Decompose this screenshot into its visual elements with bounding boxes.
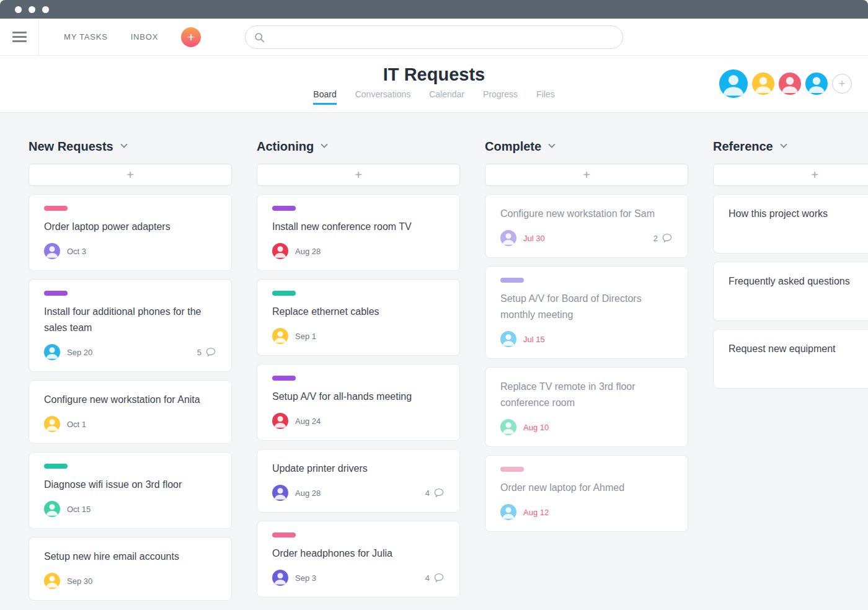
person-icon	[272, 485, 288, 501]
person-icon	[752, 73, 774, 95]
plus-icon: +	[811, 168, 818, 182]
task-title: Replace ethernet cables	[272, 304, 445, 320]
window-close-button[interactable]	[15, 6, 22, 13]
person-icon	[500, 419, 516, 435]
search-icon	[254, 32, 265, 43]
tag-pill	[44, 291, 68, 296]
chevron-down-icon[interactable]	[321, 141, 328, 148]
task-card[interactable]: Order laptop power adapters Oct 3	[29, 194, 232, 271]
task-card[interactable]: Update printer drivers Aug 28 4	[257, 449, 460, 513]
avatar	[272, 243, 288, 259]
plus-icon: +	[187, 30, 195, 43]
task-card[interactable]: Replace TV remote in 3rd floor conferenc…	[485, 367, 688, 447]
avatar	[272, 413, 288, 429]
add-card-button[interactable]: +	[485, 164, 688, 186]
person-icon	[779, 73, 801, 95]
task-title: Setup new hire email accounts	[44, 549, 216, 565]
task-title: Frequently asked questions	[728, 273, 868, 290]
due-date: Jul 30	[523, 234, 545, 243]
person-icon	[44, 344, 60, 360]
task-card[interactable]: Setup A/V for all-hands meeting Aug 24	[257, 364, 460, 441]
plus-icon: +	[126, 168, 134, 182]
avatar[interactable]	[719, 69, 748, 98]
add-card-button[interactable]: +	[29, 164, 232, 186]
person-icon	[719, 69, 748, 98]
comment-count: 5	[197, 348, 202, 357]
task-title: Update printer drivers	[272, 461, 445, 477]
avatar[interactable]	[805, 73, 828, 95]
task-card[interactable]: How this project works	[713, 194, 868, 254]
chevron-down-icon[interactable]	[780, 141, 787, 148]
task-title: How this project works	[728, 206, 868, 222]
add-member-button[interactable]: +	[832, 74, 852, 94]
window-maximize-button[interactable]	[42, 6, 49, 13]
tag-pill	[500, 278, 524, 283]
comment-indicator: 5	[197, 347, 216, 358]
avatar[interactable]	[779, 73, 801, 95]
tab-progress[interactable]: Progress	[483, 89, 518, 105]
person-icon	[272, 328, 288, 344]
person-icon	[44, 501, 60, 517]
column-title: Reference	[713, 139, 773, 154]
sidebar-menu-button[interactable]	[0, 19, 39, 55]
task-card[interactable]: Order headphones for Julia Sep 3 4	[257, 521, 460, 598]
column-title: Complete	[485, 139, 541, 154]
column-title: New Requests	[29, 139, 113, 154]
due-date: Oct 3	[67, 247, 86, 256]
avatar	[44, 344, 60, 360]
avatar	[44, 501, 60, 517]
due-date: Aug 12	[523, 508, 549, 517]
plus-icon: +	[355, 168, 362, 182]
avatar[interactable]	[752, 73, 774, 95]
task-card[interactable]: Replace ethernet cables Sep 1	[257, 279, 460, 356]
add-card-button[interactable]: +	[257, 164, 460, 186]
task-card[interactable]: Configure new workstation for Sam Jul 30…	[485, 194, 688, 258]
task-card[interactable]: Configure new workstation for Anita Oct …	[29, 380, 232, 444]
tag-pill	[500, 467, 524, 472]
avatar	[44, 243, 60, 259]
column-complete: Complete + Configure new workstation for…	[485, 138, 688, 610]
avatar	[44, 416, 60, 432]
chevron-down-icon[interactable]	[120, 141, 127, 148]
project-members: +	[719, 69, 852, 98]
task-card[interactable]: Setup new hire email accounts Sep 30	[29, 537, 232, 601]
search-input[interactable]	[270, 32, 614, 42]
tag-pill	[272, 291, 296, 296]
tag-pill	[44, 206, 68, 211]
task-card[interactable]: Frequently asked questions	[713, 262, 868, 321]
task-card[interactable]: Setup A/V for Board of Directors monthly…	[485, 266, 688, 359]
task-title: Order new laptop for Ahmed	[500, 480, 673, 496]
chevron-down-icon[interactable]	[548, 141, 555, 148]
task-title: Replace TV remote in 3rd floor conferenc…	[500, 379, 673, 411]
hamburger-icon	[12, 32, 27, 42]
search-bar[interactable]	[245, 25, 623, 49]
due-date: Jul 15	[523, 335, 545, 344]
task-title: Configure new workstation for Sam	[500, 206, 673, 222]
quick-add-button[interactable]: +	[181, 27, 201, 47]
tab-calendar[interactable]: Calendar	[429, 89, 464, 105]
due-date: Aug 28	[295, 488, 321, 498]
column-actioning: Actioning + Install new conference room …	[257, 138, 460, 610]
nav-inbox[interactable]: INBOX	[131, 32, 158, 42]
due-date: Sep 20	[67, 348, 92, 357]
due-date: Sep 3	[295, 573, 316, 583]
task-card[interactable]: Install new conference room TV Aug 28	[257, 194, 460, 271]
tab-board[interactable]: Board	[313, 89, 336, 105]
person-icon	[272, 570, 288, 586]
column-title: Actioning	[257, 139, 314, 154]
task-card[interactable]: Diagnose wifi issue on 3rd floor Oct 15	[29, 452, 232, 529]
tab-files[interactable]: Files	[536, 89, 555, 105]
add-card-button[interactable]: +	[713, 164, 868, 186]
task-card[interactable]: Install four additional phones for the s…	[29, 279, 232, 372]
kanban-board: New Requests + Order laptop power adapte…	[0, 113, 868, 610]
tab-conversations[interactable]: Conversations	[355, 89, 411, 105]
task-card[interactable]: Request new equipment	[713, 329, 868, 389]
window-minimize-button[interactable]	[29, 6, 35, 13]
task-card[interactable]: Order new laptop for Ahmed Aug 12	[485, 455, 688, 532]
due-date: Oct 1	[67, 420, 86, 429]
tag-pill	[272, 376, 296, 381]
due-date: Aug 24	[295, 417, 321, 426]
task-title: Order headphones for Julia	[272, 546, 445, 562]
tag-pill	[272, 533, 296, 537]
nav-my-tasks[interactable]: MY TASKS	[64, 32, 108, 42]
